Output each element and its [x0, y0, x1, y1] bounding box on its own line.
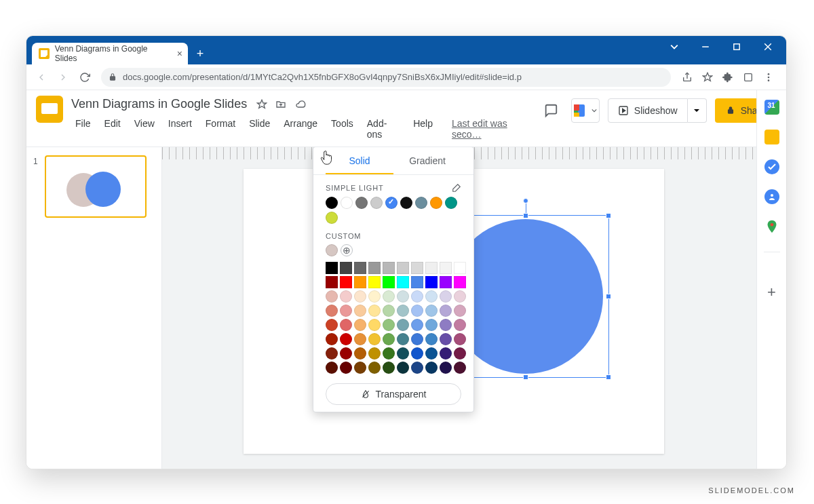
menu-format[interactable]: Format: [200, 115, 241, 142]
theme-swatch[interactable]: [400, 197, 412, 209]
color-swatch[interactable]: [425, 319, 438, 331]
color-swatch[interactable]: [454, 262, 466, 274]
slides-home-icon[interactable]: [36, 96, 63, 123]
color-swatch[interactable]: [397, 262, 409, 274]
resize-handle[interactable]: [606, 213, 611, 218]
color-swatch[interactable]: [340, 262, 352, 274]
color-swatch[interactable]: [340, 305, 352, 317]
color-swatch[interactable]: [326, 333, 338, 345]
reload-button[interactable]: [75, 68, 94, 87]
color-swatch[interactable]: [411, 362, 423, 374]
color-swatch[interactable]: [326, 262, 338, 274]
color-swatch[interactable]: [383, 290, 395, 303]
color-swatch[interactable]: [425, 362, 438, 374]
color-swatch[interactable]: [454, 290, 466, 303]
menu-edit[interactable]: Edit: [99, 115, 126, 142]
theme-swatch[interactable]: [370, 197, 383, 209]
color-swatch[interactable]: [354, 290, 366, 303]
color-swatch[interactable]: [440, 333, 452, 345]
tab-search-icon[interactable]: [659, 36, 690, 58]
color-swatch[interactable]: [411, 262, 423, 274]
transparent-button[interactable]: Transparent: [326, 383, 461, 405]
cloud-status-icon[interactable]: [294, 99, 307, 110]
color-swatch[interactable]: [425, 290, 438, 303]
theme-swatch[interactable]: [415, 197, 427, 209]
new-tab-button[interactable]: +: [191, 44, 210, 63]
color-swatch[interactable]: [340, 333, 352, 345]
color-swatch[interactable]: [368, 305, 381, 317]
extensions-icon[interactable]: [718, 68, 737, 87]
color-swatch[interactable]: [440, 319, 452, 331]
last-edit-link[interactable]: Last edit was seco…: [446, 115, 539, 142]
tasks-icon[interactable]: [764, 159, 779, 174]
color-swatch[interactable]: [326, 362, 338, 374]
menu-view[interactable]: View: [129, 115, 160, 142]
color-swatch[interactable]: [340, 319, 352, 331]
menu-slide[interactable]: Slide: [244, 115, 275, 142]
color-swatch[interactable]: [397, 362, 409, 374]
color-swatch[interactable]: [383, 362, 395, 374]
color-swatch[interactable]: [354, 347, 366, 360]
color-swatch[interactable]: [368, 333, 381, 345]
maps-icon[interactable]: [764, 219, 779, 234]
color-swatch[interactable]: [354, 276, 366, 288]
color-swatch[interactable]: [454, 305, 466, 317]
color-swatch[interactable]: [383, 333, 395, 345]
theme-swatch[interactable]: [341, 197, 353, 209]
theme-swatch[interactable]: [326, 212, 338, 224]
color-swatch[interactable]: [368, 290, 381, 303]
color-swatch[interactable]: [326, 319, 338, 331]
close-window-button[interactable]: [752, 36, 783, 58]
color-swatch[interactable]: [440, 276, 452, 288]
resize-handle[interactable]: [523, 374, 528, 380]
color-swatch[interactable]: [411, 319, 423, 331]
color-swatch[interactable]: [368, 362, 381, 374]
add-addon-button[interactable]: +: [767, 284, 776, 301]
color-swatch[interactable]: [326, 290, 338, 303]
color-swatch[interactable]: [454, 333, 466, 345]
color-swatch[interactable]: [425, 347, 438, 360]
menu-addons[interactable]: Add-ons: [362, 115, 405, 142]
rotate-handle[interactable]: [523, 198, 528, 203]
color-swatch[interactable]: [411, 305, 423, 317]
menu-insert[interactable]: Insert: [163, 115, 197, 142]
slideshow-dropdown[interactable]: [688, 98, 707, 123]
maximize-button[interactable]: [721, 36, 752, 58]
slide-thumbnail[interactable]: [45, 155, 147, 218]
color-swatch[interactable]: [411, 347, 423, 360]
color-swatch[interactable]: [340, 290, 352, 303]
tab-gradient[interactable]: Gradient: [393, 147, 461, 174]
color-swatch[interactable]: [340, 362, 352, 374]
move-icon[interactable]: [275, 99, 286, 110]
color-swatch[interactable]: [354, 362, 366, 374]
color-swatch[interactable]: [454, 319, 466, 331]
color-swatch[interactable]: [340, 347, 352, 360]
color-swatch[interactable]: [340, 276, 352, 288]
color-swatch[interactable]: [411, 333, 423, 345]
keep-icon[interactable]: [764, 130, 779, 144]
color-swatch[interactable]: [425, 276, 438, 288]
color-swatch[interactable]: [354, 333, 366, 345]
back-button[interactable]: [32, 68, 51, 87]
color-swatch[interactable]: [440, 290, 452, 303]
menu-arrange[interactable]: Arrange: [278, 115, 323, 142]
color-swatch[interactable]: [326, 276, 338, 288]
color-swatch[interactable]: [326, 347, 338, 360]
browser-menu-icon[interactable]: [759, 68, 778, 87]
color-swatch[interactable]: [411, 290, 423, 303]
color-swatch[interactable]: [383, 347, 395, 360]
resize-handle[interactable]: [523, 213, 528, 218]
forward-button[interactable]: [54, 68, 73, 87]
minimize-button[interactable]: [690, 36, 721, 58]
color-swatch[interactable]: [440, 262, 452, 274]
color-swatch[interactable]: [397, 333, 409, 345]
color-swatch[interactable]: [383, 276, 395, 288]
color-swatch[interactable]: [454, 362, 466, 374]
color-swatch[interactable]: [368, 262, 381, 274]
address-bar[interactable]: docs.google.com/presentation/d/1MYtCa2Qv…: [101, 68, 671, 87]
comments-icon[interactable]: [539, 98, 563, 123]
contacts-icon[interactable]: [764, 189, 779, 204]
color-swatch[interactable]: [440, 305, 452, 317]
edit-theme-icon[interactable]: [452, 183, 461, 193]
bookmark-icon[interactable]: [698, 68, 717, 87]
